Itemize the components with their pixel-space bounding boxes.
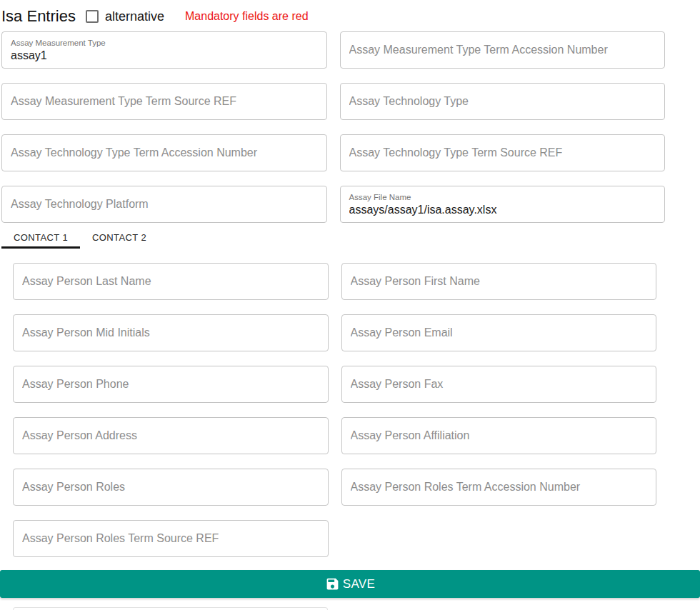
assay-technology-type-field[interactable] [340,83,666,120]
assay-person-affiliation-input[interactable] [351,429,648,442]
assay-person-last-name-field[interactable] [13,263,329,300]
assay-measurement-type-term-source-ref-field[interactable] [1,83,327,120]
assay-person-roles-term-accession-number-input[interactable] [351,481,648,494]
assay-person-email-field[interactable] [341,314,657,351]
assay-person-email-input[interactable] [351,326,648,339]
assay-technology-type-term-accession-number-input[interactable] [11,146,318,159]
tab-contact-2[interactable]: CONTACT 2 [80,227,159,249]
assay-person-last-name-input[interactable] [22,275,319,288]
assay-technology-type-input[interactable] [349,95,656,108]
page-header: Isa Entries alternative Mandatory fields… [1,6,700,27]
assay-measurement-type-input[interactable] [11,49,318,62]
save-floppy-icon [325,576,340,591]
assay-person-first-name-input[interactable] [351,275,648,288]
assay-person-address-input[interactable] [22,429,319,442]
assay-measurement-type-term-accession-number-field[interactable] [340,31,666,69]
assay-measurement-type-term-accession-number-input[interactable] [349,44,656,56]
assay-person-roles-field[interactable] [13,469,329,506]
assay-person-affiliation-field[interactable] [341,417,657,454]
assay-person-phone-input[interactable] [22,378,319,391]
assay-technology-platform-input[interactable] [11,198,318,211]
assay-fields-grid: Assay Measurement Type Assay File Name [1,31,665,223]
assay-person-mid-initials-input[interactable] [22,326,319,339]
assay-technology-platform-field[interactable] [1,186,327,223]
assay-technology-type-term-accession-number-field[interactable] [1,134,327,171]
contact-fields-grid [13,263,656,557]
assay-person-address-field[interactable] [13,417,329,454]
save-button[interactable]: SAVE [0,570,700,598]
assay-technology-type-term-source-ref-field[interactable] [340,134,666,171]
assay-measurement-type-term-source-ref-input[interactable] [11,95,318,108]
alternative-checkbox[interactable] [86,10,99,23]
assay-person-phone-field[interactable] [13,366,329,403]
assay-person-first-name-field[interactable] [341,263,657,300]
assay-technology-type-term-source-ref-input[interactable] [349,146,656,159]
mandatory-fields-note: Mandatory fields are red [185,10,309,23]
tab-contact-1[interactable]: CONTACT 1 [1,227,80,249]
assay-person-roles-term-accession-number-field[interactable] [341,469,657,506]
assay-person-fax-field[interactable] [341,366,657,403]
assay-file-name-input[interactable] [349,204,656,216]
save-button-label: SAVE [343,577,375,591]
contact-tabs: CONTACT 1 CONTACT 2 [1,227,700,249]
page-title: Isa Entries [1,7,76,26]
assay-person-roles-input[interactable] [22,481,319,494]
assay-file-name-field[interactable]: Assay File Name [340,186,666,223]
assay-file-name-label: Assay File Name [349,193,656,201]
assay-person-roles-term-source-ref-field[interactable] [13,520,329,557]
assay-person-fax-input[interactable] [351,378,648,391]
assay-person-roles-term-source-ref-input[interactable] [22,532,319,545]
assay-measurement-type-label: Assay Measurement Type [11,39,318,47]
assay-person-mid-initials-field[interactable] [13,314,329,351]
next-field-cutoff [13,607,328,610]
alternative-checkbox-label: alternative [105,9,164,24]
assay-measurement-type-field[interactable]: Assay Measurement Type [1,31,327,69]
